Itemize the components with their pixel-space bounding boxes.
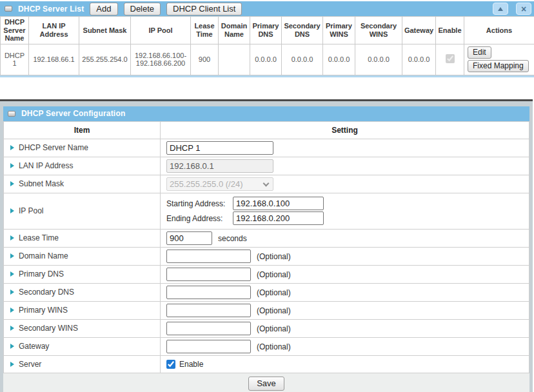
config-header-row: Item Setting	[4, 121, 529, 139]
cell-lease-time: 900	[191, 44, 219, 75]
cell-enable	[436, 44, 464, 75]
dhcp-server-row: DHCP 1 192.168.66.1 255.255.254.0 192.16…	[1, 44, 534, 75]
primary-dns-optional-note: (Optional)	[257, 270, 291, 279]
save-bar: Save	[3, 373, 529, 392]
column-header-primary-wins: Primary WINS	[323, 17, 355, 44]
row-lease-time: Lease Time seconds	[4, 229, 529, 247]
cell-secondary-dns: 0.0.0.0	[282, 44, 323, 75]
fixed-mapping-button[interactable]: Fixed Mapping	[468, 60, 529, 72]
cell-subnet-mask: 255.255.254.0	[79, 44, 131, 75]
column-header-secondary-wins: Secondary WINS	[355, 17, 402, 44]
collapse-panel-button[interactable]	[493, 3, 508, 15]
row-dhcp-server-name: DHCP Server Name	[4, 139, 529, 157]
dhcp-server-list-table: DHCP Server Name LAN IP Address Subnet M…	[0, 16, 534, 75]
item-arrow-icon	[10, 145, 14, 150]
secondary-wins-input[interactable]	[166, 322, 251, 335]
cell-domain-name	[219, 44, 250, 75]
row-subnet-mask: Subnet Mask 255.255.255.0 (/24)	[4, 175, 529, 193]
server-enable-checkbox[interactable]	[166, 360, 175, 369]
primary-dns-input[interactable]	[166, 268, 251, 281]
item-arrow-icon	[10, 362, 14, 367]
column-header-dhcp-server-name: DHCP Server Name	[1, 17, 29, 44]
row-server-enable: Server Enable	[4, 355, 529, 373]
row-gateway: Gateway (Optional)	[4, 337, 529, 355]
lan-ip-address-input	[166, 159, 273, 173]
panel-marker-icon	[8, 111, 15, 117]
gateway-input[interactable]	[166, 340, 251, 353]
close-panel-button[interactable]: ×	[516, 3, 531, 15]
starting-address-label: Starting Address:	[166, 199, 233, 208]
lease-time-input[interactable]	[166, 231, 212, 245]
item-arrow-icon	[10, 163, 14, 168]
lease-time-unit: seconds	[218, 234, 247, 243]
save-button[interactable]: Save	[248, 377, 284, 391]
row-primary-wins: Primary WINS (Optional)	[4, 301, 529, 319]
gateway-label: Gateway	[19, 342, 49, 351]
add-button[interactable]: Add	[90, 3, 117, 15]
subnet-mask-label: Subnet Mask	[19, 179, 64, 188]
item-arrow-icon	[10, 289, 14, 295]
dhcp-server-list-titlebar: DHCP Server List Add Delete DHCP Client …	[0, 1, 534, 16]
column-header-secondary-dns: Secondary DNS	[282, 17, 323, 44]
cell-gateway: 0.0.0.0	[402, 44, 436, 75]
column-header-ip-pool: IP Pool	[131, 17, 191, 44]
lease-time-label: Lease Time	[19, 233, 59, 242]
item-arrow-icon	[10, 181, 14, 186]
cell-primary-dns: 0.0.0.0	[250, 44, 282, 75]
secondary-dns-optional-note: (Optional)	[257, 288, 291, 297]
starting-address-input[interactable]	[233, 197, 324, 210]
dhcp-server-configuration-table: Item Setting DHCP Server Name LAN IP Add…	[3, 121, 529, 373]
item-arrow-icon	[10, 235, 14, 240]
row-primary-dns: Primary DNS (Optional)	[4, 265, 529, 283]
cell-secondary-wins: 0.0.0.0	[355, 44, 402, 75]
primary-wins-optional-note: (Optional)	[257, 306, 291, 315]
ip-pool-label: IP Pool	[19, 206, 43, 215]
cell-lan-ip: 192.168.66.1	[29, 44, 79, 75]
item-arrow-icon	[10, 308, 14, 313]
dhcp-server-configuration-title: DHCP Server Configuration	[21, 109, 125, 118]
item-arrow-icon	[10, 253, 14, 259]
item-arrow-icon	[10, 326, 14, 331]
row-ip-pool: IP Pool Starting Address: Ending Address…	[4, 193, 529, 229]
dhcp-server-list-title: DHCP Server List	[18, 5, 84, 14]
row-enable-checkbox	[446, 54, 455, 63]
cell-ip-pool: 192.168.66.100-192.168.66.200	[131, 44, 191, 75]
list-panel-bottom-strip	[0, 75, 534, 77]
column-header-actions: Actions	[464, 17, 534, 44]
delete-button[interactable]: Delete	[124, 3, 161, 15]
column-header-item: Item	[4, 121, 161, 139]
server-label: Server	[19, 360, 41, 369]
column-header-setting: Setting	[161, 121, 529, 139]
ending-address-input[interactable]	[233, 211, 324, 225]
close-icon: ×	[521, 5, 526, 14]
column-header-domain-name: Domain Name	[219, 17, 250, 44]
row-domain-name: Domain Name (Optional)	[4, 247, 529, 265]
list-header-row: DHCP Server Name LAN IP Address Subnet M…	[1, 17, 534, 44]
server-enable-label: Enable	[179, 360, 203, 369]
cell-primary-wins: 0.0.0.0	[323, 44, 355, 75]
item-arrow-icon	[10, 208, 14, 213]
cell-actions: Edit Fixed Mapping	[464, 44, 534, 75]
item-arrow-icon	[10, 271, 14, 277]
subnet-mask-select: 255.255.255.0 (/24)	[166, 177, 273, 191]
gateway-optional-note: (Optional)	[257, 342, 291, 351]
domain-name-label: Domain Name	[19, 251, 68, 260]
dhcp-client-list-button[interactable]: DHCP Client List	[166, 3, 242, 15]
column-header-lan-ip-address: LAN IP Address	[29, 17, 79, 44]
domain-name-optional-note: (Optional)	[257, 252, 291, 261]
secondary-dns-input[interactable]	[166, 286, 251, 299]
ending-address-label: Ending Address:	[166, 214, 233, 223]
edit-button[interactable]: Edit	[468, 46, 491, 59]
column-header-enable: Enable	[436, 17, 464, 44]
row-secondary-wins: Secondary WINS (Optional)	[4, 319, 529, 337]
column-header-gateway: Gateway	[402, 17, 436, 44]
dhcp-server-name-input[interactable]	[166, 141, 273, 155]
column-header-primary-dns: Primary DNS	[250, 17, 282, 44]
secondary-wins-optional-note: (Optional)	[257, 324, 291, 333]
dhcp-server-configuration-titlebar: DHCP Server Configuration	[3, 106, 529, 121]
lan-ip-address-label: LAN IP Address	[19, 161, 74, 170]
primary-wins-input[interactable]	[166, 304, 251, 317]
dhcp-server-name-label: DHCP Server Name	[19, 143, 88, 152]
domain-name-input[interactable]	[166, 250, 251, 263]
dhcp-server-list-panel: DHCP Server List Add Delete DHCP Client …	[0, 1, 534, 77]
